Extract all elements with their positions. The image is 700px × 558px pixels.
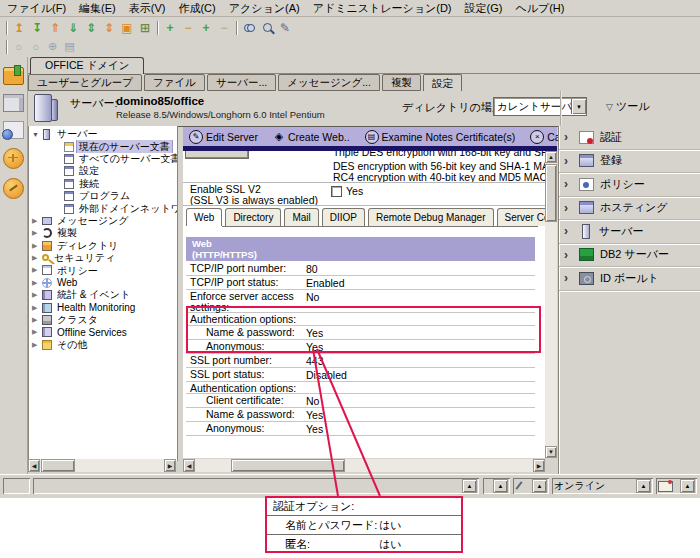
demote-icon[interactable]: ⇓: [64, 19, 82, 36]
tree-item-16[interactable]: ▶Offline Services: [29, 326, 177, 338]
tool-vault[interactable]: ›ID ボールト: [559, 267, 700, 291]
tree-item-0[interactable]: ▼サーバー: [29, 128, 177, 140]
tree-item-4[interactable]: 接続: [29, 178, 177, 190]
menu-item-5[interactable]: アドミニストレーション(D): [313, 1, 452, 16]
folder-action-icon[interactable]: ▣: [118, 19, 136, 36]
edit-document-icon[interactable]: ✎: [276, 19, 294, 36]
scroll-up-button[interactable]: ▲: [545, 151, 557, 163]
chevron-right-icon[interactable]: ›: [564, 132, 573, 142]
menu-item-7[interactable]: ヘルプ(H): [515, 1, 564, 16]
lock-icon[interactable]: ⊕: [44, 40, 61, 54]
chevron-right-icon[interactable]: ›: [564, 203, 573, 213]
add-condition-icon[interactable]: +: [197, 19, 215, 36]
tree-item-10[interactable]: ▶セキュリティ: [29, 252, 177, 264]
tool-policy[interactable]: ›ポリシー: [559, 173, 700, 197]
chat-bubble-icon[interactable]: ○: [10, 40, 27, 54]
tree-item-3[interactable]: 設定: [29, 165, 177, 177]
scroll-down-button[interactable]: ▼: [545, 446, 557, 458]
new-window-icon[interactable]: ⊞: [136, 19, 154, 36]
tree-item-15[interactable]: ▶クラスタ: [29, 314, 177, 326]
promote-icon[interactable]: ⇑: [46, 19, 64, 36]
tree-twistie-icon[interactable]: ▶: [32, 229, 42, 237]
tree-twistie-icon[interactable]: ▶: [32, 341, 42, 349]
action-examine-notes-certificate-s-[interactable]: ▤Examine Notes Certificate(s): [365, 130, 516, 144]
tool-db2[interactable]: ›DB2 サーバー: [559, 244, 700, 268]
menu-item-1[interactable]: 編集(E): [79, 1, 116, 16]
subtab-web[interactable]: Web: [186, 208, 222, 226]
sort-both-icon[interactable]: ⇕: [100, 19, 118, 36]
tree-twistie-icon[interactable]: ▶: [32, 316, 42, 324]
tab-メッセージング...[interactable]: メッセージング...: [278, 74, 380, 91]
tool-hosting[interactable]: ›ホスティング: [559, 197, 700, 221]
action-edit-server[interactable]: ✎Edit Server: [189, 130, 258, 144]
status-mail-button[interactable]: ▲: [680, 479, 695, 493]
remove-icon[interactable]: −: [179, 19, 197, 36]
status-mail-segment[interactable]: ▲: [656, 478, 697, 494]
tab-複製[interactable]: 複製: [382, 74, 421, 91]
menu-item-6[interactable]: 設定(G): [465, 1, 503, 16]
binoculars-icon[interactable]: [240, 19, 258, 36]
tool-certificate[interactable]: ›認証: [559, 126, 700, 150]
tree-twistie-icon[interactable]: ▶: [32, 266, 42, 274]
clipped-button[interactable]: [185, 151, 249, 159]
ssl-v2-checkbox[interactable]: [331, 186, 342, 197]
menu-item-3[interactable]: 作成(C): [178, 1, 215, 16]
tree-twistie-icon[interactable]: ▶: [32, 279, 42, 287]
tree-scroll-left-button[interactable]: ◀: [28, 459, 40, 472]
tab-サーバー...[interactable]: サーバー...: [207, 74, 276, 91]
tree-horizontal-scroll-thumb[interactable]: [41, 459, 75, 472]
menu-item-4[interactable]: アクション(A): [229, 1, 300, 16]
status-progress-button[interactable]: ▲: [493, 479, 508, 493]
add-icon[interactable]: +: [161, 19, 179, 36]
chevron-right-icon[interactable]: ›: [564, 226, 573, 236]
status-location-segment[interactable]: オンライン ▲: [552, 478, 653, 494]
tree-twistie-icon[interactable]: ▶: [32, 291, 42, 299]
tab-ユーザーとグループ[interactable]: ユーザーとグループ: [28, 74, 142, 91]
remove-condition-icon[interactable]: −: [215, 19, 233, 36]
doc-horizontal-scroll-thumb[interactable]: [231, 459, 345, 472]
subtab-mail[interactable]: Mail: [284, 208, 318, 226]
tree-twistie-icon[interactable]: ▶: [32, 328, 42, 336]
chat-bubble-alt-icon[interactable]: ○: [27, 40, 44, 54]
admin-edit-icon[interactable]: [3, 178, 24, 199]
tree-item-7[interactable]: ▶メッセージング: [29, 215, 177, 227]
save-disk-icon[interactable]: ▤: [61, 40, 78, 54]
status-history-button[interactable]: ▲: [462, 479, 477, 493]
status-signature-button[interactable]: ▲: [532, 479, 547, 493]
workspace-icon[interactable]: [3, 94, 24, 112]
tab-ファイル[interactable]: ファイル: [144, 74, 205, 91]
tree-item-17[interactable]: ▶その他: [29, 339, 177, 351]
workspace-tab-office-domain[interactable]: OFFICE ドメイン: [30, 57, 144, 74]
tree-item-6[interactable]: 外部ドメインネットワーク情報: [29, 202, 177, 214]
admin-databases-icon[interactable]: [3, 148, 24, 169]
tree-scroll-right-button[interactable]: ▶: [164, 459, 176, 472]
tree-item-13[interactable]: ▶統計 & イベント: [29, 289, 177, 301]
move-to-bottom-icon[interactable]: ↧: [28, 19, 46, 36]
tree-twistie-icon[interactable]: ▶: [32, 304, 42, 312]
dropdown-arrow-icon[interactable]: ▼: [571, 99, 586, 114]
tools-disclosure[interactable]: ▽ ツール: [606, 99, 649, 114]
tool-server[interactable]: ›サーバー: [559, 220, 700, 244]
subtab-diiop[interactable]: DIIOP: [322, 208, 365, 226]
chevron-right-icon[interactable]: ›: [564, 273, 573, 283]
tree-item-1[interactable]: 現在のサーバー文書: [29, 140, 177, 152]
tool-registration[interactable]: ›登録: [559, 150, 700, 174]
tree-twistie-icon[interactable]: ▶: [32, 217, 42, 225]
browse-icon[interactable]: [3, 121, 24, 139]
tree-item-12[interactable]: ▶Web: [29, 277, 177, 289]
tree-item-14[interactable]: ▶Health Monitoring: [29, 301, 177, 313]
chevron-right-icon[interactable]: ›: [564, 250, 573, 260]
menu-item-2[interactable]: 表示(V): [129, 1, 166, 16]
tree-item-2[interactable]: すべてのサーバー文書: [29, 153, 177, 165]
move-to-top-icon[interactable]: ↥: [10, 19, 28, 36]
action-create-web-[interactable]: ◈Create Web..: [273, 131, 350, 143]
sort-ascending-descending-icon[interactable]: ⇕: [82, 19, 100, 36]
status-location-button[interactable]: ▲: [636, 479, 651, 493]
subtab-remote-debug-manager[interactable]: Remote Debug Manager: [368, 208, 494, 226]
menu-item-0[interactable]: ファイル(F): [7, 1, 66, 16]
chevron-right-icon[interactable]: ›: [564, 156, 573, 166]
tree-twistie-icon[interactable]: ▶: [32, 254, 42, 262]
tree-item-5[interactable]: プログラム: [29, 190, 177, 202]
tree-twistie-icon[interactable]: ▶: [32, 242, 42, 250]
doc-scroll-left-button[interactable]: ◀: [183, 459, 195, 472]
